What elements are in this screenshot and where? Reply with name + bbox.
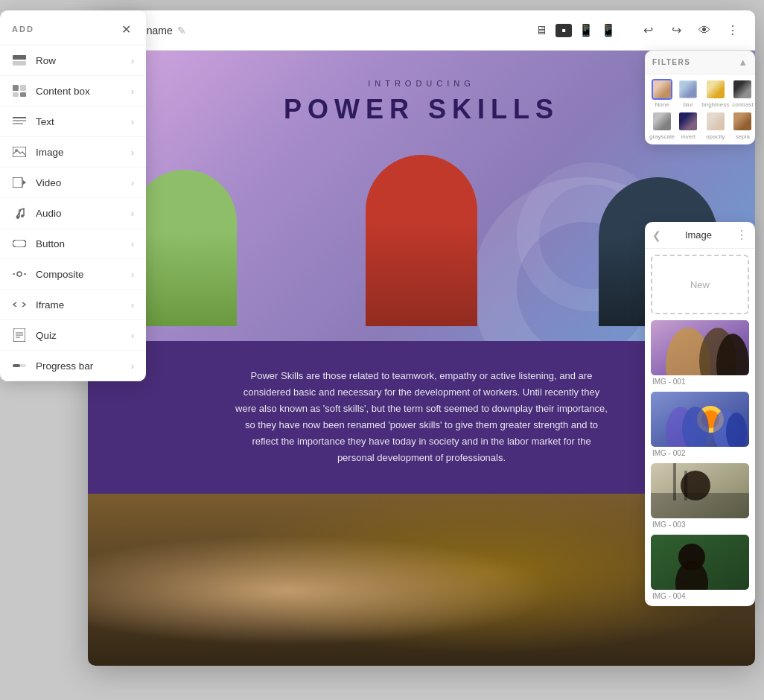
sidebar-item-button[interactable]: Button › <box>0 229 146 259</box>
image-thumb-002 <box>651 392 749 447</box>
sidebar-item-quiz[interactable]: Quiz › <box>0 320 146 351</box>
sidebar-item-progress-bar[interactable]: Progress bar › <box>0 351 146 381</box>
svg-rect-0 <box>13 55 26 60</box>
device-desktop-icon[interactable]: 🖥 <box>533 24 550 37</box>
image-panel-title: Image <box>685 229 712 241</box>
filter-blur-label: blur <box>684 101 693 108</box>
filter-grayscale[interactable]: grayscale <box>649 111 675 140</box>
sidebar-item-label-button: Button <box>36 238 65 249</box>
svg-rect-2 <box>13 85 19 91</box>
image-label-002: IMG - 002 <box>651 449 749 457</box>
image-panel-menu-button[interactable]: ⋮ <box>736 228 748 242</box>
hero-subtitle: INTRODUCING <box>368 79 475 88</box>
filter-sepia[interactable]: sepia <box>732 111 753 140</box>
device-icons: 🖥 ▪ 📱 📱 <box>533 24 617 37</box>
image-list: IMG - 001 IMG - 002 <box>645 320 755 606</box>
svg-rect-1 <box>13 61 26 66</box>
image-label-004: IMG - 004 <box>651 592 749 600</box>
svg-rect-23 <box>13 364 20 367</box>
composite-chevron-icon: › <box>131 269 134 280</box>
progress-bar-chevron-icon: › <box>131 360 134 372</box>
filter-blur[interactable]: blur <box>678 79 698 108</box>
sidebar-item-composite[interactable]: Composite › <box>0 259 146 290</box>
audio-icon <box>12 206 27 220</box>
iframe-chevron-icon: › <box>131 299 134 311</box>
row-chevron-icon: › <box>131 55 134 66</box>
sidebar-item-label-content-box: Content box <box>36 86 90 97</box>
preview-button[interactable]: 👁 <box>694 20 715 41</box>
sidebar-item-text[interactable]: Text › <box>0 106 146 137</box>
sidebar-close-button[interactable]: ✕ <box>118 21 134 37</box>
composite-icon <box>12 267 27 281</box>
sidebar-item-label-quiz: Quiz <box>36 330 57 341</box>
video-icon <box>12 175 27 190</box>
edit-unit-name-icon[interactable]: ✎ <box>177 25 186 36</box>
device-mobile-landscape-icon[interactable]: 📱 <box>600 24 617 37</box>
svg-rect-11 <box>13 177 22 188</box>
redo-button[interactable]: ↪ <box>666 20 687 41</box>
purple-body-text: Power Skills are those related to teamwo… <box>235 368 608 467</box>
sidebar-item-video[interactable]: Video › <box>0 168 146 198</box>
audio-chevron-icon: › <box>131 208 134 219</box>
left-sidebar: ADD ✕ Row › Content box › Text › <box>0 10 146 381</box>
top-bar: Unit name ✎ 🖥 ▪ 📱 📱 ↩ ↪ 👁 ⋮ <box>88 10 755 51</box>
quiz-icon <box>12 328 27 343</box>
image-thumb-001 <box>651 320 749 375</box>
filters-header: FILTERS ▲ <box>645 51 755 74</box>
person-center <box>366 155 477 326</box>
device-mobile-icon[interactable]: 📱 <box>578 24 594 37</box>
top-bar-actions: ↩ ↪ 👁 ⋮ <box>637 20 743 41</box>
video-chevron-icon: › <box>131 177 134 188</box>
image-label-003: IMG - 003 <box>651 521 749 529</box>
filter-grayscale-label: grayscale <box>649 133 675 140</box>
filter-contrast[interactable]: contrast <box>732 79 753 108</box>
sidebar-item-iframe[interactable]: Iframe › <box>0 290 146 320</box>
sidebar-item-label-progress-bar: Progress bar <box>36 360 93 372</box>
image-panel: ❮ Image ⋮ New IMG - 001 <box>645 222 755 606</box>
sidebar-item-label-text: Text <box>36 116 54 127</box>
row-icon <box>12 53 27 68</box>
image-panel-header: ❮ Image ⋮ <box>645 222 755 249</box>
progress-bar-icon <box>12 358 27 373</box>
filters-collapse-button[interactable]: ▲ <box>738 57 748 68</box>
image-panel-back-button[interactable]: ❮ <box>652 229 661 241</box>
sidebar-item-label-audio: Audio <box>36 208 62 219</box>
more-options-button[interactable]: ⋮ <box>722 20 743 41</box>
device-tablet-icon[interactable]: ▪ <box>556 24 572 37</box>
image-thumb-004 <box>651 535 749 590</box>
content-box-chevron-icon: › <box>131 86 134 97</box>
sidebar-item-label-iframe: Iframe <box>36 299 64 311</box>
filter-grid: None blur brightness contrast grayscale … <box>645 74 755 144</box>
image-list-item-002[interactable]: IMG - 002 <box>651 392 749 457</box>
svg-rect-39 <box>684 471 687 500</box>
text-chevron-icon: › <box>131 116 134 127</box>
sidebar-item-content-box[interactable]: Content box › <box>0 76 146 106</box>
sidebar-item-label-image: Image <box>36 147 64 158</box>
image-chevron-icon: › <box>131 147 134 158</box>
quiz-chevron-icon: › <box>131 330 134 341</box>
undo-button[interactable]: ↩ <box>637 20 658 41</box>
filter-opacity[interactable]: opacity <box>701 111 729 140</box>
image-new-button[interactable]: New <box>651 255 749 314</box>
svg-rect-3 <box>20 85 26 91</box>
svg-rect-38 <box>673 463 676 500</box>
svg-rect-4 <box>13 92 19 97</box>
filter-invert[interactable]: invert <box>678 111 698 140</box>
svg-rect-16 <box>13 240 26 247</box>
text-icon <box>12 114 27 129</box>
filter-none[interactable]: None <box>649 79 675 108</box>
button-icon <box>12 236 27 251</box>
filter-invert-label: invert <box>681 133 695 140</box>
sidebar-item-audio[interactable]: Audio › <box>0 198 146 229</box>
filter-sepia-label: sepia <box>736 133 750 140</box>
filter-brightness[interactable]: brightness <box>701 79 729 108</box>
image-list-item-004[interactable]: IMG - 004 <box>651 535 749 600</box>
image-list-item-001[interactable]: IMG - 001 <box>651 320 749 386</box>
image-icon <box>12 144 27 159</box>
svg-marker-12 <box>23 180 26 185</box>
filter-none-label: None <box>655 101 669 108</box>
sidebar-item-label-row: Row <box>36 55 56 66</box>
sidebar-item-image[interactable]: Image › <box>0 137 146 168</box>
sidebar-item-row[interactable]: Row › <box>0 45 146 76</box>
image-list-item-003[interactable]: IMG - 003 <box>651 463 749 529</box>
